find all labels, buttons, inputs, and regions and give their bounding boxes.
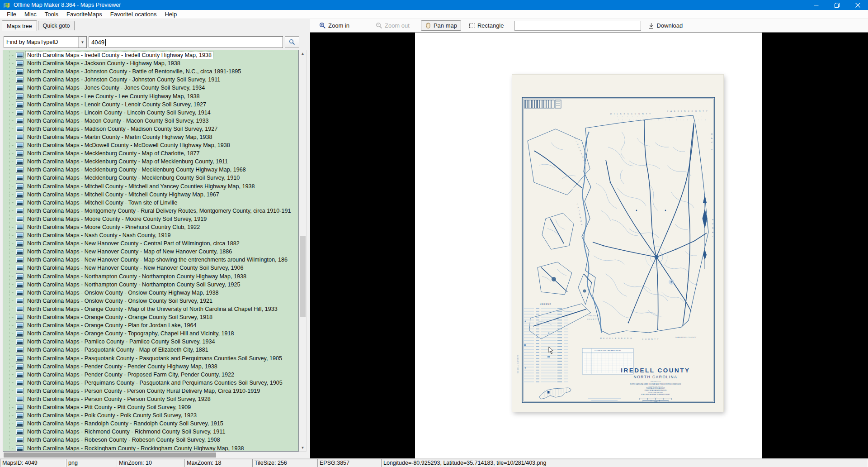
tree-item[interactable]: North Carolina Maps - Martin County - Ma…	[3, 133, 298, 141]
tree-item[interactable]: North Carolina Maps - Pamlico County - P…	[3, 338, 298, 346]
tree-connector	[9, 120, 15, 121]
tree-item[interactable]: North Carolina Maps - Orange County - Or…	[3, 313, 298, 321]
tree-item[interactable]: North Carolina Maps - Perquimans County …	[3, 379, 298, 387]
rectangle-button[interactable]: Rectangle	[466, 21, 508, 30]
tree-item[interactable]: North Carolina Maps - Iredell County - I…	[3, 51, 298, 59]
scroll-up-arrow-icon[interactable]: ▲	[299, 50, 306, 57]
tree-connector	[9, 219, 15, 219]
tree-item[interactable]: North Carolina Maps - Macon County - Mac…	[3, 117, 298, 125]
menu-item-help[interactable]: Help	[160, 10, 181, 19]
tree-item[interactable]: North Carolina Maps - Mitchell County - …	[3, 191, 298, 199]
tree-item[interactable]: North Carolina Maps - Lee County - Lee C…	[3, 92, 298, 100]
tab-quick-goto[interactable]: Quick goto	[38, 21, 75, 30]
search-row: Find by MapsTypeID ▼	[0, 35, 308, 48]
tree-item[interactable]: North Carolina Maps - Mecklenburg County…	[3, 157, 298, 166]
tree-item[interactable]: North Carolina Maps - Richmond County - …	[3, 428, 298, 436]
tree-item[interactable]: North Carolina Maps - Lincoln County - L…	[3, 109, 298, 117]
toolbar-input[interactable]	[514, 21, 641, 31]
sheet-year: 1938	[654, 401, 657, 403]
tree-item[interactable]: North Carolina Maps - New Hanover County…	[3, 264, 298, 272]
tree-item[interactable]: North Carolina Maps - Jackson County - H…	[3, 59, 298, 67]
tree-item-label: North Carolina Maps - Lee County - Lee C…	[26, 93, 201, 100]
sheet-subtitle: NORTH CAROLINA	[634, 375, 678, 379]
tree-item[interactable]: North Carolina Maps - Rockingham County …	[3, 444, 298, 452]
tree-horizontal-scrollbar[interactable]	[3, 452, 299, 458]
credit-line: PREPARED BY THE	[651, 381, 661, 382]
tree-item[interactable]: North Carolina Maps - Madison County - M…	[3, 125, 298, 133]
menu-item-tools[interactable]: Tools	[41, 10, 62, 19]
tree-item[interactable]: North Carolina Maps - New Hanover County…	[3, 256, 298, 264]
tree-item[interactable]: North Carolina Maps - Orange County - Ma…	[3, 305, 298, 313]
tree-item[interactable]: North Carolina Maps - Pender County - Pe…	[3, 362, 298, 371]
tree-connector	[9, 104, 15, 105]
tree-item[interactable]: North Carolina Maps - Mecklenburg County…	[3, 166, 298, 174]
close-button[interactable]	[847, 0, 868, 10]
map-thumbnail-icon	[16, 216, 24, 222]
map-thumbnail-icon	[16, 322, 24, 329]
tree-item[interactable]: North Carolina Maps - Pasquotank County …	[3, 354, 298, 362]
tree-item[interactable]: North Carolina Maps - Lenoir County - Le…	[3, 100, 298, 109]
tree-item[interactable]: North Carolina Maps - Mitchell County - …	[3, 199, 298, 207]
search-input[interactable]	[89, 37, 283, 48]
tree-item[interactable]: North Carolina Maps - McDowell County - …	[3, 141, 298, 149]
zoom-out-button[interactable]: Zoom out	[372, 21, 413, 30]
tree-connector	[9, 309, 15, 309]
download-button[interactable]: Download	[645, 21, 686, 30]
tree-item[interactable]: North Carolina Maps - Orange County - To…	[3, 329, 298, 338]
tree-item[interactable]: North Carolina Maps - New Hanover County…	[3, 248, 298, 256]
tree-item[interactable]: North Carolina Maps - Northampton County…	[3, 281, 298, 289]
search-button[interactable]	[285, 36, 299, 48]
horizontal-scrollbar-thumb[interactable]	[4, 453, 216, 457]
tree-item[interactable]: North Carolina Maps - Onslow County - On…	[3, 297, 298, 305]
vertical-scrollbar-thumb[interactable]	[300, 236, 306, 317]
tree-connector	[9, 227, 15, 228]
tab-strip: Maps tree Quick goto	[2, 20, 75, 30]
tree-item[interactable]: North Carolina Maps - Nash County - Nash…	[3, 231, 298, 239]
legend-title: LEGEND	[540, 303, 552, 305]
search-field-wrap	[89, 36, 283, 48]
tree-item[interactable]: North Carolina Maps - Moore County - Moo…	[3, 215, 298, 223]
pan-map-button[interactable]: Pan map	[421, 20, 461, 31]
tree-item[interactable]: North Carolina Maps - Robeson County - R…	[3, 436, 298, 444]
tree-item[interactable]: North Carolina Maps - New Hanover County…	[3, 239, 298, 248]
tree-vertical-scrollbar[interactable]: ▲ ▼	[299, 50, 307, 452]
map-thumbnail-icon	[16, 314, 24, 320]
tree-item[interactable]: North Carolina Maps - Johnston County - …	[3, 76, 298, 84]
tree-item[interactable]: North Carolina Maps - Mitchell County - …	[3, 182, 298, 191]
map-viewport[interactable]: W I L K E S C O U N T Y Y A D K I N C O …	[310, 33, 868, 458]
tree-item-label: North Carolina Maps - Robeson County - R…	[26, 436, 222, 443]
tree-item[interactable]: North Carolina Maps - Pitt County - Pitt…	[3, 403, 298, 411]
tree-item[interactable]: North Carolina Maps - Johnston County - …	[3, 67, 298, 76]
tree-item[interactable]: North Carolina Maps - Pasquotank County …	[3, 346, 298, 354]
tree-item[interactable]: North Carolina Maps - Jones County - Jon…	[3, 84, 298, 92]
tree-item[interactable]: North Carolina Maps - Pender County - Pr…	[3, 371, 298, 379]
restore-button[interactable]	[826, 0, 847, 10]
tree-item-label: North Carolina Maps - Northampton County…	[26, 273, 248, 280]
map-thumbnail-icon	[16, 208, 24, 214]
minimize-button[interactable]	[806, 0, 826, 10]
tree-item[interactable]: North Carolina Maps - Randolph County - …	[3, 419, 298, 428]
tab-maps-tree[interactable]: Maps tree	[2, 20, 37, 31]
scroll-down-arrow-icon[interactable]: ▼	[299, 444, 306, 451]
tree-item[interactable]: North Carolina Maps - Northampton County…	[3, 272, 298, 281]
tree-item[interactable]: North Carolina Maps - Moore County - Pin…	[3, 223, 298, 231]
tree-item[interactable]: North Carolina Maps - Montgomery County …	[3, 207, 298, 215]
zoom-in-button[interactable]: Zoom in	[316, 21, 353, 30]
tree-item[interactable]: North Carolina Maps - Person County - Pe…	[3, 395, 298, 403]
status-panel-coords: Longitude=-80.925293, Latitude=35.714183…	[381, 459, 868, 467]
tree-item[interactable]: North Carolina Maps - Person County - Pe…	[3, 387, 298, 395]
menu-item-favoritelocations[interactable]: FavoriteLocations	[106, 10, 161, 19]
pan-map-label: Pan map	[434, 22, 457, 29]
menu-item-file[interactable]: File	[3, 10, 20, 19]
find-type-dropdown[interactable]: Find by MapsTypeID ▼	[4, 36, 87, 48]
menu-item-misc[interactable]: Misc	[20, 10, 41, 19]
tree-connector	[9, 440, 15, 440]
map-thumbnail-icon	[16, 404, 24, 410]
chevron-down-icon[interactable]: ▼	[78, 37, 86, 48]
tree-item[interactable]: North Carolina Maps - Mecklenburg County…	[3, 149, 298, 157]
tree-item[interactable]: North Carolina Maps - Polk County - Polk…	[3, 411, 298, 419]
tree-item[interactable]: North Carolina Maps - Orange County - Pl…	[3, 321, 298, 329]
tree-item[interactable]: North Carolina Maps - Mecklenburg County…	[3, 174, 298, 182]
menu-item-favoritemaps[interactable]: FavoriteMaps	[62, 10, 106, 19]
tree-item[interactable]: North Carolina Maps - Onslow County - On…	[3, 289, 298, 297]
